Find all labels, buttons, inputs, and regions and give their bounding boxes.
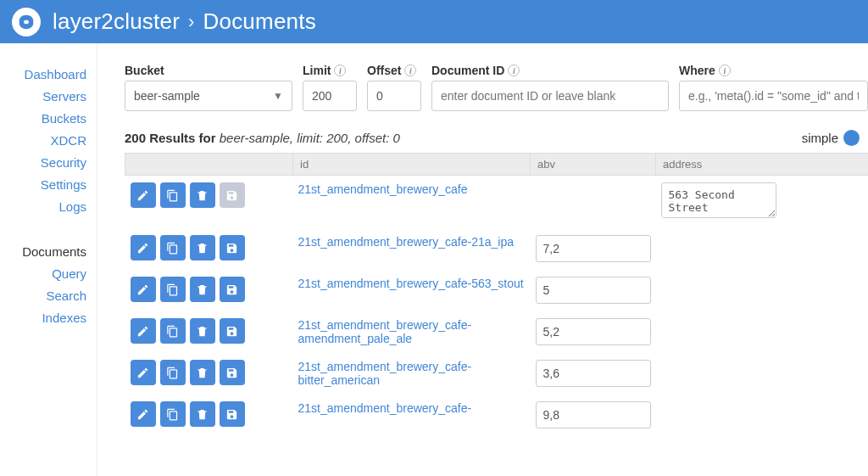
edit-button[interactable] [131, 235, 156, 260]
documents-table: id abv address 21st_amendment_brewery_ca… [125, 153, 868, 436]
document-id-link[interactable]: 21st_amendment_brewery_cafe [298, 182, 526, 196]
save-button[interactable] [220, 235, 245, 260]
bucket-select-value: beer-sample [134, 89, 200, 103]
sidebar-item-security[interactable]: Security [41, 155, 86, 170]
save-button[interactable] [220, 277, 245, 302]
edit-button[interactable] [131, 401, 156, 427]
header-bar: layer2cluster › Documents [0, 0, 868, 43]
results-limit: 200 [326, 131, 348, 145]
table-row: 21st_amendment_brewery_cafe- [125, 395, 869, 436]
copy-button[interactable] [160, 182, 186, 208]
copy-button[interactable] [160, 318, 186, 344]
sidebar-item-xdcr[interactable]: XDCR [50, 133, 86, 148]
table-row: 21st_amendment_brewery_cafe [125, 176, 869, 228]
abv-input[interactable] [536, 277, 651, 304]
delete-button[interactable] [190, 360, 215, 385]
save-button[interactable] [220, 360, 245, 385]
limit-label: Limiti [303, 64, 357, 77]
sidebar-item-documents[interactable]: Documents [22, 244, 86, 259]
filter-bar: Bucket beer-sample ▼ Limiti Offseti Docu… [125, 64, 868, 111]
bucket-label: Bucket [125, 64, 292, 77]
info-icon[interactable]: i [404, 64, 416, 76]
sidebar-item-servers[interactable]: Servers [42, 89, 86, 104]
info-icon[interactable]: i [508, 64, 520, 76]
document-id-link[interactable]: 21st_amendment_brewery_cafe-21a_ipa [298, 235, 526, 249]
document-id-link[interactable]: 21st_amendment_brewery_cafe- [298, 401, 526, 415]
offset-input[interactable] [367, 81, 421, 111]
delete-button[interactable] [190, 277, 215, 302]
info-icon[interactable]: i [334, 64, 346, 76]
copy-button[interactable] [160, 277, 186, 302]
sidebar-item-search[interactable]: Search [46, 288, 86, 303]
delete-button[interactable] [190, 401, 215, 427]
sidebar-item-indexes[interactable]: Indexes [42, 311, 86, 325]
column-id[interactable]: id [293, 154, 531, 176]
abv-input[interactable] [536, 360, 651, 387]
document-id-link[interactable]: 21st_amendment_brewery_cafe-bitter_ameri… [298, 360, 526, 387]
document-id-link[interactable]: 21st_amendment_brewery_cafe-563_stout [298, 277, 526, 290]
app-logo [12, 8, 41, 36]
sidebar-item-dashboard[interactable]: Dashboard [25, 67, 86, 81]
delete-button[interactable] [190, 182, 215, 208]
edit-button[interactable] [131, 360, 156, 385]
sidebar-item-query[interactable]: Query [52, 266, 86, 281]
results-count: 200 [125, 131, 146, 145]
chevron-down-icon: ▼ [273, 90, 283, 102]
edit-button[interactable] [131, 182, 156, 208]
section-name: Documents [203, 8, 316, 35]
results-summary: 200 Results for beer-sample, limit: 200,… [125, 130, 868, 146]
abv-input[interactable] [536, 235, 651, 262]
save-button [220, 182, 245, 208]
copy-button[interactable] [160, 401, 186, 427]
table-row: 21st_amendment_brewery_cafe-563_stout [125, 270, 869, 311]
info-icon[interactable]: i [719, 64, 731, 76]
sidebar-item-buckets[interactable]: Buckets [42, 111, 86, 126]
edit-button[interactable] [131, 318, 156, 344]
chevron-right-icon: › [188, 11, 195, 33]
delete-button[interactable] [190, 318, 215, 344]
save-button[interactable] [220, 318, 245, 344]
content-pane: Bucket beer-sample ▼ Limiti Offseti Docu… [97, 43, 868, 476]
results-bucket: beer-sample [220, 131, 290, 145]
column-actions [125, 154, 293, 176]
table-row: 21st_amendment_brewery_cafe-amendment_pa… [125, 311, 869, 353]
table-row: 21st_amendment_brewery_cafe-21a_ipa [125, 228, 869, 270]
sidebar-item-settings[interactable]: Settings [41, 177, 86, 192]
breadcrumb: layer2cluster › Documents [53, 8, 316, 35]
results-offset: 0 [393, 131, 400, 145]
sidebar-item-logs[interactable]: Logs [58, 199, 86, 214]
column-address[interactable]: address [656, 154, 869, 176]
abv-input[interactable] [536, 401, 651, 428]
sidebar-nav: DashboardServersBucketsXDCRSecuritySetti… [0, 43, 97, 476]
save-button[interactable] [220, 401, 245, 427]
delete-button[interactable] [190, 235, 215, 260]
where-input[interactable] [679, 81, 868, 111]
bucket-select[interactable]: beer-sample ▼ [125, 81, 292, 111]
docid-input[interactable] [431, 81, 669, 111]
limit-input[interactable] [303, 81, 357, 111]
copy-button[interactable] [160, 360, 186, 385]
address-textarea[interactable] [661, 182, 776, 218]
document-id-link[interactable]: 21st_amendment_brewery_cafe-amendment_pa… [298, 318, 526, 345]
cluster-name[interactable]: layer2cluster [53, 8, 180, 35]
edit-button[interactable] [131, 277, 156, 302]
table-row: 21st_amendment_brewery_cafe-bitter_ameri… [125, 353, 869, 395]
abv-input[interactable] [536, 318, 651, 345]
copy-button[interactable] [160, 235, 186, 260]
where-label: Wherei [679, 64, 868, 77]
offset-label: Offseti [367, 64, 421, 77]
view-toggle[interactable] [843, 130, 860, 146]
view-toggle-label: simple [802, 131, 838, 145]
docid-label: Document IDi [431, 64, 669, 77]
column-abv[interactable]: abv [531, 154, 656, 176]
couchbase-logo-icon [17, 13, 36, 31]
